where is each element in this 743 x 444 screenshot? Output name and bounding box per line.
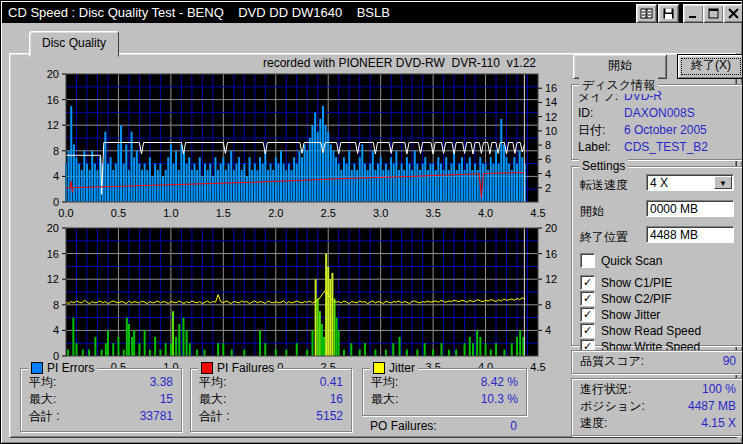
svg-text:16: 16 — [545, 82, 557, 94]
close-button[interactable] — [723, 4, 743, 23]
svg-text:4.0: 4.0 — [478, 207, 493, 219]
charts-area: 0481216201614121086420.00.51.01.52.02.53… — [22, 68, 562, 374]
minimize-icon — [688, 8, 699, 19]
disc-date-value: 6 October 2005 — [624, 122, 707, 139]
settings-title: Settings — [579, 159, 628, 173]
save-icon — [663, 8, 674, 19]
total-label: 合計 : — [199, 408, 230, 425]
disc-id-value: DAXON008S — [624, 105, 695, 122]
start-mb-field[interactable]: 0000 MB — [646, 200, 734, 217]
disc-label-label: Label: — [578, 139, 624, 156]
svg-text:1.0: 1.0 — [163, 207, 178, 219]
progress-box: 進行状況:100 % ポジション:4487 MB 速度:4.15 X — [571, 378, 743, 436]
svg-text:12: 12 — [545, 273, 557, 285]
checkbox-quick-scan[interactable]: ✓Quick Scan — [580, 253, 662, 268]
pi-failures-total: 5152 — [316, 408, 343, 425]
disc-info-title: ディスク情報 — [579, 77, 658, 94]
copy-icon — [640, 8, 653, 19]
progress-label: 進行状況: — [580, 381, 631, 398]
jitter-stats-box: Jitter 平均:8.42 % 最大:10.3 % — [362, 368, 527, 416]
svg-text:10: 10 — [545, 125, 557, 137]
svg-text:12: 12 — [47, 119, 59, 131]
exit-button[interactable]: 終了(X) — [677, 54, 743, 79]
end-position-field[interactable]: 4488 MB — [646, 226, 734, 243]
pi-errors-total: 33781 — [140, 408, 173, 425]
checkbox-icon[interactable]: ✓ — [580, 291, 595, 306]
svg-text:6: 6 — [545, 153, 551, 165]
pi-errors-max: 15 — [160, 391, 173, 408]
start-button[interactable]: 開始 — [573, 54, 667, 79]
progress-value: 100 % — [702, 381, 736, 398]
svg-text:4: 4 — [545, 168, 551, 180]
total-label: 合計 : — [29, 408, 60, 425]
checkbox-show-read-speed[interactable]: ✓Show Read Speed — [580, 323, 701, 338]
max-label: 最大: — [371, 391, 398, 408]
tab-label: Disc Quality — [42, 36, 106, 50]
jitter-title: Jitter — [389, 361, 415, 375]
svg-text:4.5: 4.5 — [530, 361, 545, 373]
po-failures-row: PO Failures: 0 — [362, 418, 525, 435]
quality-score-value: 90 — [723, 353, 736, 370]
checkbox-icon[interactable]: ✓ — [580, 275, 595, 290]
svg-text:20: 20 — [545, 222, 557, 234]
svg-text:14: 14 — [545, 96, 557, 108]
max-label: 最大: — [29, 391, 56, 408]
checkbox-show-c2-pif[interactable]: ✓Show C2/PIF — [580, 291, 672, 306]
po-failures-label: PO Failures: — [370, 418, 437, 435]
jitter-legend-swatch — [373, 362, 385, 374]
avg-label: 平均: — [371, 374, 398, 391]
save-button[interactable] — [658, 4, 679, 23]
svg-text:4.5: 4.5 — [530, 207, 545, 219]
jitter-avg: 8.42 % — [481, 374, 518, 391]
svg-text:20: 20 — [47, 68, 59, 80]
svg-text:4: 4 — [545, 324, 551, 336]
checkbox-icon[interactable]: ✓ — [580, 307, 595, 322]
quality-score-label: 品質スコア: — [580, 353, 644, 370]
svg-text:12: 12 — [545, 111, 557, 123]
titlebar: CD Speed : Disc Quality Test - BENQ DVD … — [2, 2, 741, 23]
speed-dropdown[interactable]: 4 X ▼ — [646, 174, 734, 191]
disc-info-box: ディスク情報 タイプ:DVD-R ID:DAXON008S 日付:6 Octob… — [571, 84, 743, 160]
pi-failures-max: 16 — [330, 391, 343, 408]
start-mb-label: 開始 — [580, 203, 604, 220]
disc-label-value: CDS_TEST_B2 — [624, 139, 708, 156]
svg-text:1.5: 1.5 — [216, 207, 231, 219]
svg-text:2.0: 2.0 — [268, 207, 283, 219]
svg-text:8: 8 — [53, 299, 59, 311]
end-position-label: 終了位置 — [580, 229, 628, 246]
position-value: 4487 MB — [688, 398, 736, 415]
disc-id-label: ID: — [578, 105, 624, 122]
pi-failures-avg: 0.41 — [320, 374, 343, 391]
svg-text:16: 16 — [545, 248, 557, 260]
pi-failures-stats-box: PI Failures 平均:0.41 最大:16 合計 :5152 — [190, 368, 352, 432]
svg-text:4: 4 — [53, 324, 59, 336]
svg-text:3.0: 3.0 — [373, 207, 388, 219]
svg-text:16: 16 — [47, 248, 59, 260]
tab-disc-quality[interactable]: Disc Quality — [29, 31, 119, 57]
pi-errors-legend-swatch — [31, 362, 43, 374]
svg-text:2.5: 2.5 — [321, 207, 336, 219]
jitter-max: 10.3 % — [481, 391, 518, 408]
speed-value: 4 X — [650, 176, 668, 190]
pi-errors-chart: 0481216201614121086420.00.51.01.52.02.53… — [22, 68, 562, 220]
svg-text:12: 12 — [47, 273, 59, 285]
checkbox-icon[interactable]: ✓ — [580, 323, 595, 338]
po-failures-value: 0 — [510, 418, 517, 435]
close-icon — [728, 8, 739, 19]
speed-readout-label: 速度: — [580, 415, 607, 432]
copy-button[interactable] — [636, 4, 657, 23]
disc-date-label: 日付: — [578, 122, 624, 139]
chevron-down-icon[interactable]: ▼ — [714, 176, 732, 189]
minimize-button[interactable] — [683, 4, 704, 23]
app-window: CD Speed : Disc Quality Test - BENQ DVD … — [0, 0, 743, 444]
maximize-button[interactable] — [703, 4, 724, 23]
checkbox-show-c1-pie[interactable]: ✓Show C1/PIE — [580, 275, 672, 290]
window-title: CD Speed : Disc Quality Test - BENQ DVD … — [8, 2, 390, 23]
checkbox-icon[interactable]: ✓ — [580, 253, 595, 268]
settings-box: Settings 転送速度 4 X ▼ 開始 0000 MB 終了位置 4488… — [571, 166, 743, 346]
svg-text:20: 20 — [47, 222, 59, 234]
svg-text:2: 2 — [545, 182, 551, 194]
checkbox-show-jitter[interactable]: ✓Show Jitter — [580, 307, 660, 322]
maximize-icon — [708, 8, 719, 19]
speed-readout-value: 4.15 X — [701, 415, 736, 432]
